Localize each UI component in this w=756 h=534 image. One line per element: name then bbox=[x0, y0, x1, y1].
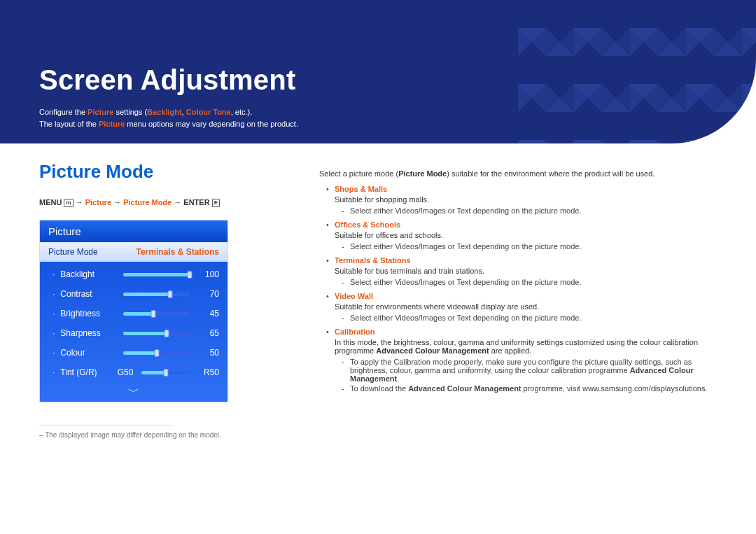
osd-row-contrast[interactable]: ·Contrast70 bbox=[40, 284, 227, 304]
osd-row-colour[interactable]: ·Colour50 bbox=[40, 343, 227, 363]
osd-row-value: 65 bbox=[195, 328, 219, 338]
osd-tint-g: G50 bbox=[109, 367, 136, 377]
menu-path: MENU m → Picture → Picture Mode → ENTER … bbox=[39, 198, 277, 207]
path-arrow: → bbox=[172, 198, 183, 206]
osd-row-brightness[interactable]: ·Brightness45 bbox=[40, 304, 227, 323]
osd-selector-value: Terminals & Stations bbox=[136, 247, 219, 257]
mode-sub: Select either Videos/Images or Text depe… bbox=[335, 278, 728, 286]
sub-txt: Text bbox=[456, 242, 470, 251]
sub-part: depending on the picture mode. bbox=[471, 206, 582, 215]
lead-bold: Picture Mode bbox=[398, 169, 447, 178]
sub-part: or bbox=[446, 314, 457, 322]
osd-row-value: 50 bbox=[195, 348, 219, 358]
intro2-part: menu options may vary depending on the p… bbox=[125, 120, 298, 128]
mode-name: Terminals & Stations bbox=[335, 256, 411, 265]
sub-part: Select either bbox=[350, 278, 395, 286]
osd-tint-r: R50 bbox=[195, 367, 219, 377]
osd-row-backlight[interactable]: ·Backlight100 bbox=[40, 265, 227, 284]
cal-part: are applied. bbox=[489, 346, 532, 355]
osd-row-value: 45 bbox=[195, 309, 219, 318]
sub-part: Select either bbox=[350, 206, 395, 215]
cal-part: To apply the bbox=[350, 358, 393, 366]
cal-part: programme, visit www.samsung.com/display… bbox=[522, 384, 708, 393]
lead-part: ) suitable for the environment where the… bbox=[447, 169, 654, 178]
cal-accent: Calibration bbox=[393, 358, 430, 366]
cal-bold: Advanced Colour Management bbox=[376, 346, 489, 355]
mode-desc: In this mode, the brightness, colour, ga… bbox=[335, 338, 728, 355]
mode-videowall: Video Wall Suitable for environments whe… bbox=[319, 292, 728, 322]
footnote: The displayed image may differ depending… bbox=[39, 431, 277, 439]
intro-part: settings ( bbox=[113, 108, 147, 116]
osd-row-tint[interactable]: ·Tint (G/R)G50R50 bbox=[40, 363, 227, 382]
osd-row-label: Tint (G/R) bbox=[60, 367, 104, 377]
footnote-divider bbox=[39, 425, 172, 426]
sub-vi: Videos/Images bbox=[395, 206, 446, 215]
intro-part: , etc.). bbox=[231, 108, 253, 116]
sub-part: depending on the picture mode. bbox=[471, 242, 582, 251]
osd-row-label: Sharpness bbox=[60, 328, 118, 338]
mode-offices: Offices & Schools Suitable for offices a… bbox=[319, 220, 728, 251]
mode-sub: Select either Videos/Images or Text depe… bbox=[335, 206, 728, 215]
sub-part: or bbox=[446, 242, 457, 251]
slider[interactable] bbox=[123, 293, 190, 296]
path-picture: Picture bbox=[85, 198, 111, 206]
path-arrow: → bbox=[76, 198, 85, 206]
osd-selector[interactable]: Picture Mode Terminals & Stations bbox=[40, 242, 227, 262]
mode-desc: Suitable for bus terminals and train sta… bbox=[335, 267, 728, 275]
sub-part: Select either bbox=[350, 242, 395, 251]
mode-desc: Suitable for environments where videowal… bbox=[335, 302, 728, 311]
osd-row-value: 100 bbox=[195, 269, 219, 279]
sub-vi: Videos/Images bbox=[395, 242, 446, 251]
mode-sub: To download the Advanced Colour Manageme… bbox=[335, 384, 728, 393]
sub-part: depending on the picture mode. bbox=[471, 314, 582, 322]
lead-part: Select a picture mode ( bbox=[319, 169, 398, 178]
enter-icon: E bbox=[212, 199, 220, 207]
intro2-part: The layout of the bbox=[39, 120, 99, 128]
osd-row-value: 70 bbox=[195, 289, 219, 299]
mode-terminals: Terminals & Stations Suitable for bus te… bbox=[319, 256, 728, 286]
intro-backlight: Backlight bbox=[147, 108, 182, 116]
sub-part: depending on the picture mode. bbox=[471, 278, 582, 286]
mode-name: Calibration bbox=[335, 328, 374, 336]
mode-sub: Select either Videos/Images or Text depe… bbox=[335, 314, 728, 322]
intro-picture: Picture bbox=[88, 108, 113, 116]
mode-calibration: Calibration In this mode, the brightness… bbox=[319, 328, 728, 393]
menu-icon: m bbox=[64, 199, 73, 207]
sub-part: or bbox=[446, 206, 457, 215]
slider[interactable] bbox=[123, 273, 190, 276]
slider[interactable] bbox=[141, 371, 190, 374]
intro-colourtone: Colour Tone bbox=[186, 108, 231, 116]
path-arrow: → bbox=[111, 198, 123, 206]
osd-row-label: Backlight bbox=[60, 269, 118, 279]
description-column: Select a picture mode (Picture Mode) sui… bbox=[319, 161, 728, 439]
path-enter: ENTER bbox=[183, 198, 209, 206]
osd-title: Picture bbox=[40, 220, 227, 242]
mode-sub: Select either Videos/Images or Text depe… bbox=[335, 242, 728, 251]
lead-text: Select a picture mode (Picture Mode) sui… bbox=[319, 169, 728, 178]
mode-name: Video Wall bbox=[335, 292, 373, 300]
mode-name: Offices & Schools bbox=[335, 220, 400, 229]
cal-part: . bbox=[397, 374, 399, 383]
sub-vi: Videos/Images bbox=[395, 278, 446, 286]
mode-shops: Shops & Malls Suitable for shopping mall… bbox=[319, 185, 728, 215]
chevron-down-icon[interactable]: ﹀ bbox=[40, 389, 227, 402]
osd-selector-label: Picture Mode bbox=[48, 247, 98, 257]
osd-row-label: Colour bbox=[60, 348, 118, 358]
slider[interactable] bbox=[123, 332, 190, 335]
page-title: Screen Adjustment bbox=[39, 64, 295, 96]
sub-txt: Text bbox=[456, 314, 470, 322]
sub-part: Select either bbox=[350, 314, 395, 322]
osd-row-sharpness[interactable]: ·Sharpness65 bbox=[40, 323, 227, 343]
mode-sub: To apply the Calibration mode properly, … bbox=[335, 358, 728, 383]
path-menu: MENU bbox=[39, 198, 62, 206]
sub-txt: Text bbox=[456, 206, 470, 215]
intro-part: Configure the bbox=[39, 108, 88, 116]
sub-txt: Text bbox=[456, 278, 470, 286]
slider[interactable] bbox=[123, 312, 190, 316]
intro-text: Configure the Picture settings (Backligh… bbox=[39, 106, 298, 130]
osd-rows: ·Backlight100 ·Contrast70 ·Brightness45 … bbox=[40, 262, 227, 389]
section-title: Picture Mode bbox=[39, 161, 277, 183]
osd-panel: Picture Picture Mode Terminals & Station… bbox=[39, 220, 228, 402]
slider[interactable] bbox=[123, 351, 190, 355]
intro2-picture: Picture bbox=[99, 120, 125, 128]
